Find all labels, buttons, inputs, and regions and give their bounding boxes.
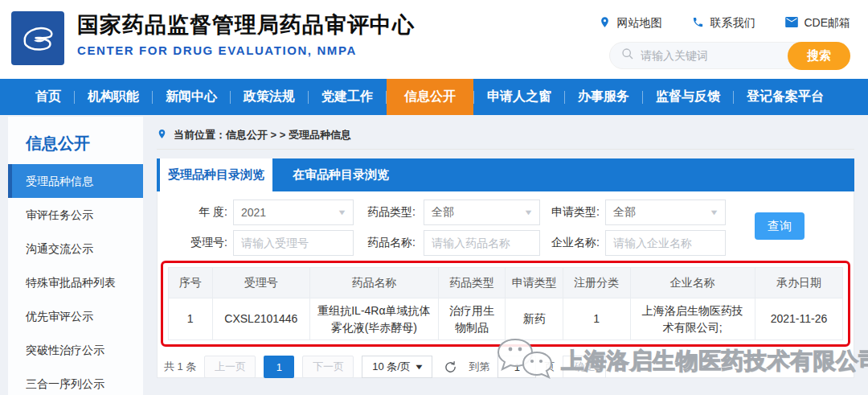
header-quick-links: 网站地图 联系我们 CDE邮箱 <box>599 16 850 31</box>
current-page-button[interactable]: 1 <box>264 356 294 378</box>
cde-mail-link[interactable]: CDE邮箱 <box>785 16 850 31</box>
drug-name-input[interactable] <box>424 230 540 256</box>
next-page-button[interactable]: 下一页 <box>302 356 354 378</box>
cde-logo-icon <box>11 11 64 65</box>
sidebar-item-breakthrough-therapy[interactable]: 突破性治疗公示 <box>8 333 143 367</box>
table-header-row: 序号 受理号 药品名称 药品类型 申请类型 注册分类 企业名称 承办日期 <box>169 268 843 298</box>
pagination: 共 1 条 上一页 1 下一页 10 条/页 ▼ 到第 页 确定 <box>164 356 854 378</box>
keyword-search-input[interactable] <box>641 49 777 62</box>
tabbar: 受理品种目录浏览 在审品种目录浏览 <box>157 158 854 191</box>
chevron-down-icon: ▼ <box>414 363 424 371</box>
results-table: 序号 受理号 药品名称 药品类型 申请类型 注册分类 企业名称 承办日期 1 <box>168 267 843 340</box>
site-title-block: 国家药品监督管理局药品审评中心 CENTER FOR DRUG EVALUATI… <box>77 11 415 57</box>
breadcrumb-text: 当前位置：信息公开 > > 受理品种信息 <box>174 128 351 142</box>
map-pin-icon <box>599 16 611 31</box>
cell-drug-name: 重组抗IL-4Rα单域抗体雾化液(毕赤酵母) <box>310 298 438 340</box>
drug-type-value: 全部 <box>432 205 454 220</box>
goto-label: 到第 <box>469 360 489 374</box>
apply-type-value: 全部 <box>613 205 636 220</box>
col-company: 企业名称 <box>630 268 755 298</box>
acceptance-no-label: 受理号: <box>179 236 227 250</box>
sidebar-item-three-in-one[interactable]: 三合一序列公示 <box>8 367 143 395</box>
page-size-select[interactable]: 10 条/页 ▼ <box>362 356 432 378</box>
col-apply-type: 申请类型 <box>506 268 563 298</box>
goto-confirm-button[interactable]: 确定 <box>563 356 606 378</box>
year-label: 年 度: <box>179 205 227 220</box>
cell-seq: 1 <box>169 298 213 340</box>
sitemap-link[interactable]: 网站地图 <box>599 16 661 31</box>
sidebar: 信息公开 受理品种信息 审评任务公示 沟通交流公示 特殊审批品种列表 优先审评公… <box>8 117 143 395</box>
nav-item-info-disclosure[interactable]: 信息公开 <box>387 79 473 115</box>
header-searchbar: 搜索 <box>609 42 850 69</box>
sitemap-label: 网站地图 <box>616 16 661 31</box>
nav-item-functions[interactable]: 机构职能 <box>75 79 152 115</box>
nav-item-policy[interactable]: 政策法规 <box>231 79 308 115</box>
chevron-down-icon: ▼ <box>523 208 533 216</box>
year-select[interactable]: 2021 ▼ <box>233 200 354 225</box>
sidebar-title: 信息公开 <box>8 117 143 164</box>
nav-item-party[interactable]: 党建工作 <box>309 79 386 115</box>
page-size-value: 10 条/页 <box>372 360 411 374</box>
col-acceptance-no: 受理号 <box>212 268 310 298</box>
prev-page-button[interactable]: 上一页 <box>204 356 256 378</box>
drug-name-label: 药品名称: <box>362 236 416 250</box>
search-icon <box>621 47 634 64</box>
apply-type-select[interactable]: 全部 ▼ <box>605 200 726 225</box>
acceptance-no-input[interactable] <box>233 230 354 256</box>
highlight-annotation-box: 序号 受理号 药品名称 药品类型 申请类型 注册分类 企业名称 承办日期 1 <box>161 261 850 347</box>
chevron-down-icon: ▼ <box>709 208 719 216</box>
col-drug-type: 药品类型 <box>438 268 506 298</box>
sidebar-item-communication[interactable]: 沟通交流公示 <box>8 232 143 265</box>
company-name-label: 企业名称: <box>547 236 600 250</box>
nav-item-supervision[interactable]: 监督与反馈 <box>643 79 733 115</box>
col-drug-name: 药品名称 <box>310 268 438 298</box>
content-panel: 年 度: 2021 ▼ 药品类型: 全部 ▼ 申请类型: 全部 ▼ <box>157 191 854 378</box>
col-undertake-date: 承办日期 <box>755 268 842 298</box>
site-subtitle: CENTER FOR DRUG EVALUATION, NMPA <box>77 43 415 57</box>
col-seq: 序号 <box>169 268 213 298</box>
nav-item-applicant[interactable]: 申请人之窗 <box>474 79 564 115</box>
main-content: 当前位置：信息公开 > > 受理品种信息 受理品种目录浏览 在审品种目录浏览 年… <box>157 121 854 378</box>
cell-company: 上海洛启生物医药技术有限公司; <box>630 298 755 340</box>
mail-icon <box>785 17 798 30</box>
filter-form: 年 度: 2021 ▼ 药品类型: 全部 ▼ 申请类型: 全部 ▼ <box>158 191 854 256</box>
cell-apply-type: 新药 <box>506 298 563 340</box>
filter-row-1: 年 度: 2021 ▼ 药品类型: 全部 ▼ 申请类型: 全部 ▼ <box>179 200 854 225</box>
tab-accepted-catalog[interactable]: 受理品种目录浏览 <box>160 158 272 191</box>
col-registration-class: 注册分类 <box>563 268 630 298</box>
filter-row-2: 受理号: 药品名称: 企业名称: <box>179 230 854 256</box>
cell-registration-class: 1 <box>563 298 630 340</box>
main-nav: 首页 机构职能 新闻中心 政策法规 党建工作 信息公开 申请人之窗 办事服务 监… <box>0 79 868 115</box>
site-title: 国家药品监督管理局药品审评中心 <box>77 11 415 39</box>
tab-under-review-catalog[interactable]: 在审品种目录浏览 <box>272 158 409 191</box>
sidebar-item-priority-review[interactable]: 优先审评公示 <box>8 299 143 333</box>
cell-undertake-date: 2021-11-26 <box>755 298 842 340</box>
search-button[interactable]: 搜索 <box>788 42 850 70</box>
goto-unit: 页 <box>544 360 555 374</box>
chevron-down-icon: ▼ <box>337 208 346 216</box>
sidebar-item-special-approval[interactable]: 特殊审批品种列表 <box>8 265 143 299</box>
breadcrumb-pin-icon <box>157 129 167 142</box>
cell-drug-type: 治疗用生物制品 <box>438 298 506 340</box>
query-button[interactable]: 查询 <box>755 212 805 240</box>
breadcrumb: 当前位置：信息公开 > > 受理品种信息 <box>157 121 854 150</box>
contact-label: 联系我们 <box>710 16 755 31</box>
nav-item-services[interactable]: 办事服务 <box>565 79 642 115</box>
contact-link[interactable]: 联系我们 <box>692 16 755 31</box>
phone-icon <box>692 16 704 31</box>
nav-item-registration-platform[interactable]: 登记备案平台 <box>734 79 837 115</box>
nav-item-news[interactable]: 新闻中心 <box>153 79 230 115</box>
sidebar-item-review-tasks[interactable]: 审评任务公示 <box>8 198 143 232</box>
company-name-input[interactable] <box>605 230 726 256</box>
drug-type-label: 药品类型: <box>362 205 416 220</box>
apply-type-label: 申请类型: <box>547 205 600 220</box>
cde-mail-label: CDE邮箱 <box>804 16 850 31</box>
refresh-icon[interactable] <box>444 360 457 374</box>
sidebar-item-accepted-varieties[interactable]: 受理品种信息 <box>8 164 143 198</box>
nav-item-home[interactable]: 首页 <box>23 79 74 115</box>
header: 国家药品监督管理局药品审评中心 CENTER FOR DRUG EVALUATI… <box>0 0 868 79</box>
goto-page-input[interactable] <box>497 356 536 378</box>
table-row: 1 CXSL2101446 重组抗IL-4Rα单域抗体雾化液(毕赤酵母) 治疗用… <box>169 298 843 340</box>
drug-type-select[interactable]: 全部 ▼ <box>424 200 540 225</box>
cell-acceptance-no: CXSL2101446 <box>212 298 310 340</box>
